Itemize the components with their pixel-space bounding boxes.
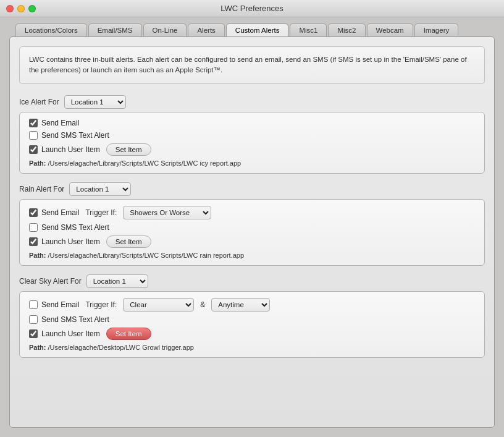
rain-launch-item-label: Launch User Item	[41, 237, 100, 246]
rain-path-label: Path:	[29, 252, 46, 259]
ice-send-email-row: Send Email	[29, 119, 475, 127]
tab-on-line[interactable]: On-Line	[143, 23, 187, 36]
clear-trigger-select[interactable]: Clear Mostly Clear Partly Cloudy	[123, 298, 194, 312]
rain-trigger-label: Trigger If:	[85, 208, 117, 217]
tab-locations-colors[interactable]: Locations/Colors	[15, 23, 87, 36]
clear-send-sms-label: Send SMS Text Alert	[41, 315, 109, 324]
ice-alert-location-select[interactable]: Location 1	[64, 95, 126, 109]
ice-send-sms-checkbox[interactable]	[29, 131, 38, 140]
panel: LWC contains three in-built alerts. Each…	[9, 36, 495, 428]
rain-send-sms-row: Send SMS Text Alert	[29, 223, 475, 232]
ice-alert-label: Ice Alert For	[19, 98, 59, 106]
rain-launch-item-checkbox-row: Launch User Item	[29, 237, 100, 246]
traffic-lights	[6, 5, 36, 12]
rain-send-sms-checkbox-row: Send SMS Text Alert	[29, 223, 109, 232]
clear-alert-section: Clear Sky Alert For Location 1 Send Emai…	[19, 274, 485, 358]
ice-alert-box: Send Email Send SMS Text Alert Launch Us…	[19, 112, 485, 174]
rain-send-email-row: Send Email Trigger If: Showers Or Worse …	[29, 206, 475, 219]
clear-send-sms-row: Send SMS Text Alert	[29, 315, 475, 324]
clear-launch-item-label: Launch User Item	[41, 329, 100, 338]
rain-launch-item-row: Launch User Item Set Item	[29, 235, 475, 248]
rain-alert-label: Rain Alert For	[19, 185, 64, 193]
clear-alert-header: Clear Sky Alert For Location 1	[19, 274, 485, 288]
ice-launch-item-checkbox[interactable]	[29, 145, 38, 154]
rain-path-value: /Users/elagache/Library/Scripts/LWC Scri…	[48, 252, 244, 259]
rain-alert-section: Rain Alert For Location 1 Send Email Tri…	[19, 182, 485, 266]
ice-path-label: Path:	[29, 159, 46, 167]
rain-send-sms-checkbox[interactable]	[29, 223, 38, 232]
ice-alert-header: Ice Alert For Location 1	[19, 95, 485, 109]
info-box: LWC contains three in-built alerts. Each…	[19, 46, 485, 84]
clear-send-email-label: Send Email	[41, 300, 79, 309]
maximize-button[interactable]	[28, 5, 36, 12]
tab-misc2[interactable]: Misc2	[328, 23, 365, 36]
ice-alert-section: Ice Alert For Location 1 Send Email Send…	[19, 95, 485, 174]
main-content: Locations/Colors Email/SMS On-Line Alert…	[0, 17, 504, 437]
ice-launch-item-label: Launch User Item	[41, 145, 100, 154]
ice-launch-item-row: Launch User Item Set Item	[29, 143, 475, 156]
ice-set-item-button[interactable]: Set Item	[106, 143, 151, 156]
close-button[interactable]	[6, 5, 14, 12]
clear-send-email-row: Send Email Trigger If: Clear Mostly Clea…	[29, 298, 475, 312]
ice-path-row: Path: /Users/elagache/Library/Scripts/LW…	[29, 159, 475, 167]
ice-send-sms-label: Send SMS Text Alert	[41, 131, 109, 140]
minimize-button[interactable]	[17, 5, 25, 12]
ice-send-sms-row: Send SMS Text Alert	[29, 131, 475, 140]
clear-launch-item-checkbox[interactable]	[29, 329, 38, 338]
rain-alert-location-select[interactable]: Location 1	[69, 182, 131, 196]
ice-send-email-checkbox-row: Send Email	[29, 119, 79, 127]
titlebar: LWC Preferences	[0, 0, 504, 17]
rain-send-email-checkbox-row: Send Email	[29, 208, 79, 217]
rain-trigger-select[interactable]: Showers Or Worse Rain Or Worse Heavy Rai…	[123, 206, 211, 219]
clear-amp-label: &	[200, 300, 205, 309]
rain-send-email-checkbox[interactable]	[29, 208, 38, 217]
ice-send-email-checkbox[interactable]	[29, 119, 38, 127]
clear-path-row: Path: /Users/elagache/Desktop/LWC Growl …	[29, 344, 475, 351]
tab-alerts[interactable]: Alerts	[188, 23, 224, 36]
clear-send-email-checkbox[interactable]	[29, 300, 38, 309]
clear-path-label: Path:	[29, 344, 46, 351]
clear-launch-item-checkbox-row: Launch User Item	[29, 329, 100, 338]
clear-send-sms-checkbox[interactable]	[29, 315, 38, 324]
ice-send-sms-checkbox-row: Send SMS Text Alert	[29, 131, 109, 140]
tab-custom-alerts[interactable]: Custom Alerts	[226, 23, 289, 36]
clear-trigger-label: Trigger If:	[85, 300, 117, 309]
window-title: LWC Preferences	[220, 4, 284, 13]
tab-misc1[interactable]: Misc1	[290, 23, 327, 36]
tab-email-sms[interactable]: Email/SMS	[88, 23, 142, 36]
clear-time-select[interactable]: Anytime Daytime Nighttime	[211, 298, 270, 312]
tab-bar: Locations/Colors Email/SMS On-Line Alert…	[9, 23, 495, 36]
info-text: LWC contains three in-built alerts. Each…	[29, 56, 467, 74]
clear-alert-location-select[interactable]: Location 1	[86, 274, 148, 288]
rain-launch-item-checkbox[interactable]	[29, 237, 38, 246]
rain-send-sms-label: Send SMS Text Alert	[41, 223, 109, 232]
rain-send-email-label: Send Email	[41, 208, 79, 217]
clear-launch-item-row: Launch User Item Set Item	[29, 328, 475, 340]
rain-alert-box: Send Email Trigger If: Showers Or Worse …	[19, 199, 485, 266]
clear-send-sms-checkbox-row: Send SMS Text Alert	[29, 315, 109, 324]
rain-alert-header: Rain Alert For Location 1	[19, 182, 485, 196]
ice-path-value: /Users/elagache/Library/Scripts/LWC Scri…	[48, 159, 242, 167]
clear-set-item-button[interactable]: Set Item	[106, 328, 151, 340]
clear-send-email-checkbox-row: Send Email	[29, 300, 79, 309]
clear-alert-box: Send Email Trigger If: Clear Mostly Clea…	[19, 291, 485, 358]
clear-path-value: /Users/elagache/Desktop/LWC Growl trigge…	[48, 344, 194, 351]
tab-imagery[interactable]: Imagery	[414, 23, 459, 36]
clear-alert-label: Clear Sky Alert For	[19, 277, 82, 286]
rain-set-item-button[interactable]: Set Item	[106, 235, 151, 248]
tab-webcam[interactable]: Webcam	[367, 23, 413, 36]
ice-launch-item-checkbox-row: Launch User Item	[29, 145, 100, 154]
ice-send-email-label: Send Email	[41, 119, 79, 127]
rain-path-row: Path: /Users/elagache/Library/Scripts/LW…	[29, 252, 475, 259]
